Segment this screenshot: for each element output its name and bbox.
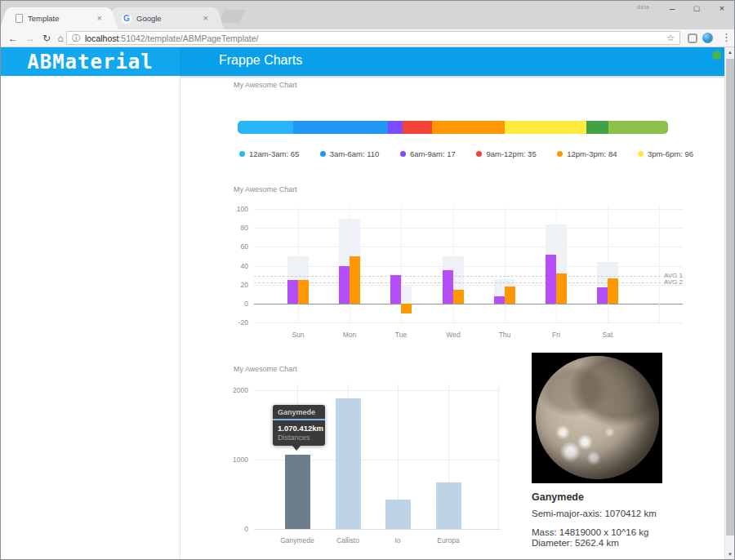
- tooltip-arrow: [292, 446, 301, 451]
- y-tick-label: 2000: [225, 386, 248, 394]
- y-tick-label: 1000: [225, 456, 248, 464]
- bar-dataset-1[interactable]: [494, 296, 505, 304]
- bar-dataset-2[interactable]: [453, 290, 464, 304]
- bar-dataset-1[interactable]: [287, 280, 298, 304]
- bar-dataset-1[interactable]: [597, 287, 608, 304]
- tooltip-label: Distances: [273, 433, 325, 446]
- moon-photo: [536, 356, 659, 479]
- grid-line-h: [254, 322, 683, 323]
- moon-name: Ganymede: [532, 491, 584, 503]
- moon-fact-mass: Mass: 14819000 x 10^16 kg: [532, 527, 649, 537]
- tab-google[interactable]: G Google ×: [115, 7, 215, 29]
- vertical-scrollbar[interactable]: ▲ ▼: [724, 47, 734, 560]
- grid-line-h: [254, 390, 501, 391]
- y-tick-label: 40: [225, 262, 248, 270]
- grid-line-h: [254, 247, 683, 247]
- bar-ganymede[interactable]: [285, 455, 310, 529]
- grid-line-h: [254, 304, 683, 304]
- x-tick-label: Tue: [383, 331, 419, 339]
- x-tick-label: Sun: [280, 331, 316, 339]
- bar-dataset-1[interactable]: [546, 255, 556, 304]
- tooltip-title: Ganymede: [273, 405, 325, 420]
- tab-close-icon[interactable]: ×: [203, 14, 208, 23]
- page-icon: [16, 14, 23, 23]
- y-tick-label: -20: [225, 318, 248, 327]
- tooltip-value: 1.070.412km: [273, 420, 325, 433]
- bar-callisto[interactable]: [336, 398, 361, 529]
- x-tick-label: Mon: [332, 331, 368, 339]
- y-tick-label: 80: [225, 224, 248, 232]
- grid-line-h: [254, 529, 501, 530]
- x-tick-label: Thu: [487, 331, 523, 339]
- avg-annotation-line: [254, 282, 661, 283]
- grid-line-h: [254, 228, 683, 229]
- grid-line-h: [254, 285, 683, 286]
- y-tick-label: 100: [225, 205, 248, 213]
- scroll-down-icon[interactable]: ▼: [725, 549, 735, 560]
- x-tick-label: Sat: [590, 331, 626, 339]
- bar-dataset-2[interactable]: [608, 278, 618, 304]
- bar-io[interactable]: [385, 500, 411, 529]
- y-tick-label: 0: [225, 300, 248, 308]
- x-tick-label: Wed: [435, 331, 471, 339]
- tab-template[interactable]: Template ×: [9, 7, 109, 29]
- x-tick-label: Europa: [425, 536, 471, 544]
- tab-title: Google: [136, 14, 203, 23]
- grid-line-v: [498, 384, 499, 529]
- bar-dataset-2[interactable]: [298, 280, 309, 304]
- y-tick-label: 60: [225, 242, 248, 251]
- avg-annotation-label: AVG 2: [664, 278, 683, 286]
- ganymede-image: [532, 353, 662, 483]
- y-tick-label: 20: [225, 281, 248, 289]
- browser-window: Template × G Google × dsta – □ × ← → ↻ ⌂…: [0, 0, 735, 560]
- grid-line-v: [659, 207, 660, 322]
- bar-dataset-2[interactable]: [505, 287, 515, 304]
- grid-line-v: [505, 207, 506, 322]
- google-g-icon: G: [122, 14, 131, 24]
- x-tick-label: Io: [375, 536, 421, 544]
- chart-tooltip: Ganymede 1.070.412km Distances: [273, 405, 325, 446]
- scrollbar-thumb[interactable]: [726, 59, 734, 536]
- bar-dataset-1[interactable]: [390, 275, 401, 304]
- x-tick-label: Ganymede: [274, 536, 320, 544]
- bar-dataset-1[interactable]: [339, 266, 350, 304]
- bar-dataset-1[interactable]: [443, 270, 453, 304]
- bar-dataset-2[interactable]: [401, 304, 412, 313]
- tab-title: Template: [28, 14, 97, 23]
- y-tick-label: 0: [225, 525, 248, 533]
- x-tick-label: Callisto: [325, 536, 371, 544]
- bar-dataset-2[interactable]: [556, 273, 567, 304]
- bar-europa[interactable]: [436, 482, 461, 529]
- avg-annotation-line: [254, 276, 661, 277]
- x-tick-label: Fri: [538, 331, 574, 339]
- tab-close-icon[interactable]: ×: [97, 14, 102, 23]
- grid-line-h: [254, 209, 683, 210]
- bar-dataset-2[interactable]: [350, 256, 360, 304]
- moon-fact-axis: Semi-major-axis: 1070412 km: [532, 509, 657, 518]
- scroll-up-icon[interactable]: ▲: [725, 47, 735, 58]
- moon-fact-diameter: Diameter: 5262.4 km: [532, 538, 619, 548]
- grid-line-h: [254, 266, 683, 267]
